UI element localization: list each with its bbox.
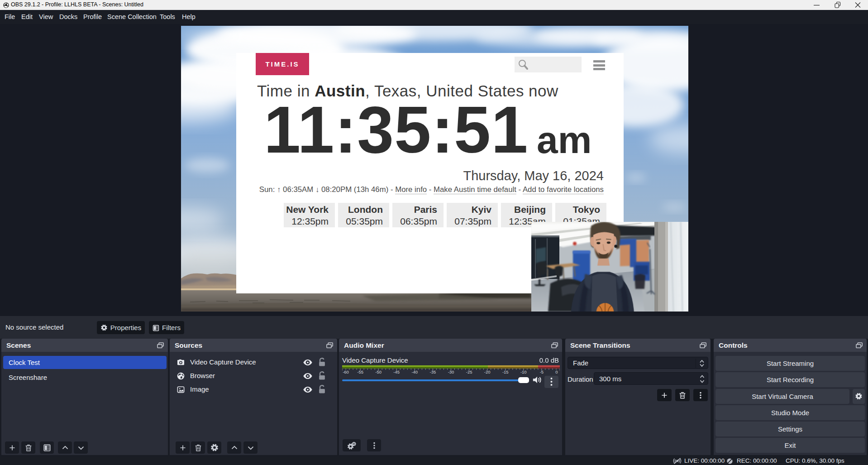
- svg-text:-25: -25: [466, 369, 472, 374]
- svg-text:-50: -50: [375, 369, 382, 374]
- svg-text:-20: -20: [484, 369, 491, 374]
- svg-text:-10: -10: [520, 369, 527, 374]
- svg-text:0: 0: [555, 369, 558, 374]
- svg-text:-35: -35: [430, 369, 436, 374]
- svg-text:-60: -60: [343, 369, 349, 374]
- svg-text:-30: -30: [448, 369, 454, 374]
- svg-text:-45: -45: [393, 369, 400, 374]
- svg-text:-5: -5: [540, 369, 544, 374]
- svg-text:-15: -15: [502, 369, 509, 374]
- svg-text:-40: -40: [411, 369, 418, 374]
- svg-text:-55: -55: [357, 369, 363, 374]
